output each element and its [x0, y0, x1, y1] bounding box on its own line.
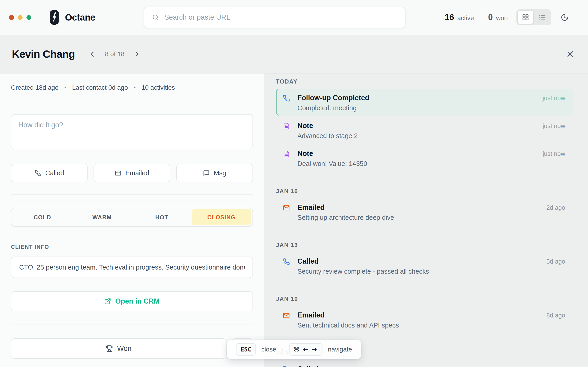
- created-ago: Created 18d ago: [11, 84, 59, 91]
- temp-cold[interactable]: COLD: [13, 209, 72, 225]
- brand: Octane: [49, 10, 95, 25]
- window-close-button[interactable]: [9, 15, 14, 20]
- timeline-item[interactable]: Called 5d ago Security review complete -…: [276, 252, 573, 279]
- timeline-item[interactable]: Emailed 8d ago Sent technical docs and A…: [276, 306, 573, 333]
- emailed-button[interactable]: Emailed: [94, 164, 170, 182]
- timeline-item-time: 8d ago: [546, 312, 565, 319]
- timeline-item-time: 2d ago: [546, 204, 565, 211]
- close-panel-button[interactable]: [564, 48, 576, 60]
- active-count: 16: [445, 13, 454, 22]
- grid-view-icon: [522, 14, 529, 21]
- open-in-crm-button[interactable]: Open in CRM: [11, 291, 253, 311]
- timeline-date-label: JAN 10: [276, 295, 573, 302]
- dark-mode-toggle[interactable]: [561, 13, 569, 21]
- activity-timeline: TODAY Follow-up Completed just now Compl…: [264, 74, 588, 367]
- temp-closing[interactable]: CLOSING: [192, 209, 251, 225]
- external-link-icon: [104, 298, 111, 305]
- timeline-item-title: Note: [297, 121, 313, 130]
- won-button[interactable]: Won: [11, 338, 227, 359]
- temperature-selector: COLD WARM HOT CLOSING: [11, 208, 253, 227]
- won-stat: 0 won: [488, 13, 508, 22]
- timeline-item[interactable]: Note just now Advanced to stage 2: [276, 117, 573, 144]
- note-input[interactable]: [11, 114, 253, 149]
- timeline-item-subtitle: Deal won! Value: 14350: [297, 160, 565, 167]
- top-bar: Octane 16 active 0 won: [0, 0, 588, 35]
- temp-warm[interactable]: WARM: [72, 209, 132, 225]
- temp-hot[interactable]: HOT: [132, 209, 192, 225]
- app-name: Octane: [65, 12, 95, 23]
- view-toggle: [516, 9, 551, 25]
- note-icon: [283, 121, 291, 140]
- msg-label: Msg: [214, 169, 226, 177]
- timeline-section: TODAY Follow-up Completed just now Compl…: [276, 78, 573, 172]
- phone-icon: [283, 365, 291, 367]
- esc-key: ESC: [236, 343, 256, 356]
- navigate-keys: ⌘ ← →: [289, 343, 323, 356]
- next-lead-button[interactable]: [132, 49, 142, 59]
- timeline-item-title: Called: [297, 365, 319, 367]
- activities-count: 10 activities: [141, 84, 175, 91]
- timeline-item[interactable]: Called 11d ago: [276, 360, 573, 367]
- called-button[interactable]: Called: [11, 164, 88, 182]
- timeline-item-title: Emailed: [297, 311, 325, 319]
- timeline-item-subtitle: Security review complete - passed all ch…: [297, 267, 565, 275]
- shortcut-separator: ·: [282, 346, 284, 353]
- pager-nav: 8 of 18: [88, 49, 142, 59]
- timeline-section: JAN 13 Called 5d ago Security review com…: [276, 242, 573, 279]
- timeline-item-title: Called: [297, 257, 319, 266]
- chevron-right-icon: [133, 50, 140, 58]
- shortcut-bar: ESC close · ⌘ ← → navigate: [227, 340, 361, 359]
- window-minimize-button[interactable]: [18, 15, 23, 20]
- phone-icon: [283, 94, 291, 112]
- divider: [11, 325, 253, 325]
- grid-view-button[interactable]: [518, 11, 533, 24]
- meta-separator: •: [134, 85, 136, 91]
- window-controls: [9, 15, 31, 20]
- list-view-icon: [538, 14, 546, 21]
- timeline-item-subtitle: Completed: meeting: [297, 104, 565, 112]
- navigate-shortcut-label: navigate: [328, 346, 352, 353]
- lead-detail-panel: Created 18d ago • Last contact 0d ago • …: [0, 74, 264, 367]
- client-info-label: CLIENT INFO: [11, 244, 253, 250]
- trophy-icon: [106, 345, 113, 352]
- timeline-date-label: JAN 13: [276, 242, 573, 248]
- divider: [11, 102, 253, 102]
- mail-icon: [283, 203, 291, 221]
- close-icon: [566, 50, 575, 59]
- quick-actions: Called Emailed Msg: [11, 164, 253, 182]
- won-label: won: [496, 14, 508, 22]
- list-view-button[interactable]: [534, 11, 550, 24]
- active-stat: 16 active: [445, 13, 474, 22]
- mail-icon: [283, 311, 291, 329]
- active-label: active: [457, 14, 474, 22]
- open-in-crm-label: Open in CRM: [115, 297, 160, 305]
- timeline-item[interactable]: Emailed 2d ago Setting up architecture d…: [276, 198, 573, 225]
- search-input[interactable]: [164, 13, 392, 21]
- msg-button[interactable]: Msg: [176, 164, 253, 182]
- meta-separator: •: [65, 85, 66, 91]
- timeline-item-subtitle: Setting up architecture deep dive: [297, 214, 565, 221]
- global-search[interactable]: [144, 7, 406, 28]
- search-icon: [152, 14, 159, 21]
- won-label: Won: [117, 344, 131, 353]
- stat-divider: [481, 12, 481, 22]
- page-title: Kevin Chang: [12, 48, 75, 60]
- phone-icon: [35, 170, 41, 176]
- close-shortcut-label: close: [261, 346, 276, 353]
- timeline-item[interactable]: Follow-up Completed just now Completed: …: [276, 89, 573, 116]
- client-info-input[interactable]: [11, 257, 253, 278]
- timeline-item-title: Emailed: [297, 203, 325, 212]
- timeline-item-subtitle: Advanced to stage 2: [297, 132, 565, 140]
- timeline-date-label: TODAY: [276, 78, 573, 85]
- timeline-section: JAN 10 Emailed 8d ago Sent technical doc…: [276, 295, 573, 333]
- won-count: 0: [488, 13, 493, 22]
- prev-lead-button[interactable]: [88, 49, 98, 59]
- window-zoom-button[interactable]: [26, 15, 31, 20]
- timeline-item-subtitle: Sent technical docs and API specs: [297, 321, 565, 329]
- emailed-label: Emailed: [125, 169, 149, 177]
- octane-logo-icon: [49, 10, 59, 25]
- last-contact: Last contact 0d ago: [72, 84, 128, 91]
- timeline-item[interactable]: Note just now Deal won! Value: 14350: [276, 144, 573, 172]
- timeline-item-time: 5d ago: [546, 258, 565, 265]
- pager-position: 8 of 18: [105, 50, 124, 58]
